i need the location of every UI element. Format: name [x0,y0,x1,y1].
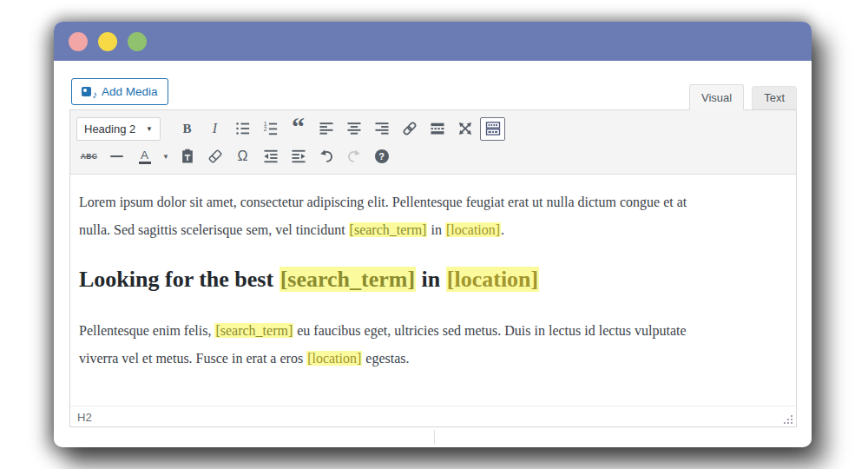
shortcode-token: [search_term] [349,222,428,237]
heading-select-value: Heading 2 [84,122,135,135]
align-right-button[interactable] [369,117,394,141]
help-icon: ? [375,149,389,163]
text-color-button[interactable]: A [132,145,157,168]
text-color-icon: A [139,149,151,164]
paste-as-text-icon [179,148,196,165]
clear-formatting-button[interactable] [202,145,227,168]
resize-grip-icon[interactable] [782,414,793,426]
text-color-dropdown[interactable]: ▼ [160,153,172,161]
italic-icon: I [213,121,217,136]
strikethrough-icon: ABC [81,152,97,161]
align-left-button[interactable] [313,117,339,141]
read-more-icon [429,120,446,137]
add-media-button[interactable]: ♪ Add Media [71,78,168,105]
minimize-button[interactable] [98,32,117,51]
outdent-icon [262,148,279,165]
editor-mode-tabs: Visual Text [689,84,797,109]
toolbar-row-1: Heading 2 ▼ B I [76,115,790,142]
blockquote-icon: “ [292,122,305,135]
element-path: H2 [77,411,92,424]
toolbar-toggle-icon [484,120,502,137]
paragraph: Pellentesque enim felis, [search_term] e… [79,317,787,373]
heading-select[interactable]: Heading 2 ▼ [76,117,161,141]
redo-button[interactable] [341,145,366,168]
indent-icon [290,148,307,165]
add-media-label: Add Media [102,85,158,98]
fullscreen-button[interactable] [452,117,477,141]
link-button[interactable] [397,117,422,141]
undo-icon [318,148,335,165]
eraser-icon [207,148,224,165]
paragraph: Lorem ipsum dolor sit amet, consectetur … [79,188,787,244]
numbered-list-button[interactable]: 1 2 [258,117,283,141]
bulleted-list-button[interactable] [230,117,255,141]
editor-tools-row: ♪ Add Media Visual Text [69,61,797,109]
help-button[interactable]: ? [369,145,394,168]
tab-visual[interactable]: Visual [689,84,744,110]
align-right-icon [373,120,391,137]
shortcode-token: [location] [446,267,539,292]
tinymce-editor: Heading 2 ▼ B I [69,109,797,427]
toolbar-toggle-button[interactable] [480,117,505,141]
close-button[interactable] [69,32,88,51]
content-heading: Looking for the best [search_term] in [l… [79,266,787,294]
redo-icon [345,148,363,165]
svg-text:2: 2 [263,126,266,132]
shortcode-token: [location] [306,351,362,366]
window-titlebar [54,22,812,61]
fullscreen-icon [457,120,474,137]
bold-icon: B [182,122,191,136]
paste-as-text-button[interactable] [174,145,200,168]
bold-button[interactable]: B [174,117,200,141]
blockquote-button[interactable]: “ [286,117,311,141]
undo-button[interactable] [313,145,339,168]
read-more-button[interactable] [424,117,450,141]
chevron-down-icon: ▼ [146,125,153,133]
editor-page: ♪ Add Media Visual Text Heading 2 ▼ [54,61,812,447]
media-icon: ♪ [82,85,96,98]
browser-window: ♪ Add Media Visual Text Heading 2 ▼ [54,22,812,447]
editor-content-area[interactable]: Lorem ipsum dolor sit amet, consectetur … [70,175,796,406]
indent-button[interactable] [286,145,311,168]
zoom-button[interactable] [128,32,147,51]
editor-statusbar: H2 [70,406,796,428]
numbered-list-icon: 1 2 [262,120,279,137]
toolbar-row-2: ABC A ▼ [76,142,790,170]
shortcode-token: [search_term] [279,267,416,292]
editor-toolbar: Heading 2 ▼ B I [70,110,796,175]
horizontal-rule-button[interactable] [104,145,129,168]
align-center-button[interactable] [341,117,366,141]
bulleted-list-icon [234,120,252,137]
background-divider-line [434,430,435,445]
omega-icon: Ω [238,149,248,164]
link-icon [401,120,418,137]
italic-button[interactable]: I [202,117,227,141]
shortcode-token: [search_term] [214,323,293,338]
align-center-icon [345,120,363,137]
horizontal-rule-icon [110,155,123,157]
outdent-button[interactable] [258,145,283,168]
strikethrough-button[interactable]: ABC [76,145,102,168]
align-left-icon [318,120,335,137]
tab-text[interactable]: Text [752,86,797,109]
shortcode-token: [location] [445,222,501,237]
special-character-button[interactable]: Ω [230,145,255,168]
